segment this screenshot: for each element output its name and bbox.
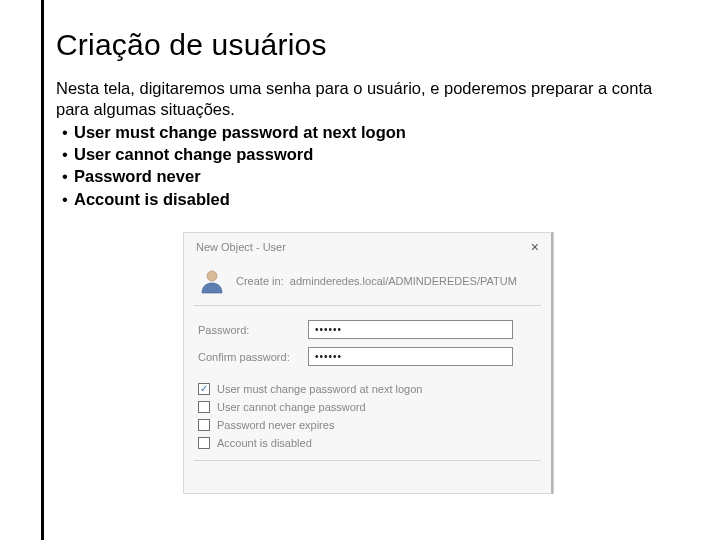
bullet-item: •Account is disabled bbox=[56, 189, 666, 210]
bullet-text: Account is disabled bbox=[74, 190, 230, 208]
bullet-text: Password never bbox=[74, 167, 201, 185]
create-in-path: adminderedes.local/ADMINDEREDES/PATUM bbox=[290, 275, 517, 287]
slide-title: Criação de usuários bbox=[56, 28, 327, 62]
checkbox-group: ✓ User must change password at next logo… bbox=[184, 370, 551, 452]
checkbox-label: Account is disabled bbox=[217, 437, 312, 449]
bullet-text: User must change password at next logon bbox=[74, 123, 406, 141]
password-label: Password: bbox=[198, 324, 308, 336]
checkbox-icon[interactable] bbox=[198, 437, 210, 449]
new-user-dialog: New Object - User × Create in: admindere… bbox=[183, 232, 553, 494]
create-in-label: Create in: bbox=[236, 275, 284, 287]
divider bbox=[194, 460, 541, 461]
divider bbox=[194, 305, 541, 306]
confirm-password-row: Confirm password: •••••• bbox=[184, 343, 551, 370]
checkbox-row-change-password[interactable]: ✓ User must change password at next logo… bbox=[198, 380, 537, 398]
checkbox-icon[interactable]: ✓ bbox=[198, 383, 210, 395]
svg-point-0 bbox=[207, 271, 217, 281]
slide-body: Nesta tela, digitaremos uma senha para o… bbox=[56, 78, 666, 210]
dialog-titlebar: New Object - User × bbox=[184, 233, 551, 261]
checkbox-icon[interactable] bbox=[198, 401, 210, 413]
bullet-item: •Password never bbox=[56, 166, 666, 187]
password-input[interactable]: •••••• bbox=[308, 320, 513, 339]
dialog-title: New Object - User bbox=[196, 241, 286, 253]
bullet-text: User cannot change password bbox=[74, 145, 313, 163]
checkbox-label: User must change password at next logon bbox=[217, 383, 422, 395]
user-icon bbox=[198, 267, 226, 295]
checkbox-row-cannot-change[interactable]: User cannot change password bbox=[198, 398, 537, 416]
create-in-row: Create in: adminderedes.local/ADMINDERED… bbox=[184, 261, 551, 305]
intro-text: Nesta tela, digitaremos uma senha para o… bbox=[56, 78, 666, 120]
confirm-password-label: Confirm password: bbox=[198, 351, 308, 363]
password-row: Password: •••••• bbox=[184, 316, 551, 343]
checkbox-row-disabled[interactable]: Account is disabled bbox=[198, 434, 537, 452]
create-in-text: Create in: adminderedes.local/ADMINDERED… bbox=[236, 275, 517, 287]
checkbox-label: User cannot change password bbox=[217, 401, 366, 413]
confirm-password-input[interactable]: •••••• bbox=[308, 347, 513, 366]
checkbox-label: Password never expires bbox=[217, 419, 334, 431]
slide-accent-line bbox=[41, 0, 44, 540]
checkbox-icon[interactable] bbox=[198, 419, 210, 431]
bullet-item: •User cannot change password bbox=[56, 144, 666, 165]
checkbox-row-never-expires[interactable]: Password never expires bbox=[198, 416, 537, 434]
close-icon[interactable]: × bbox=[527, 239, 543, 255]
bullet-item: •User must change password at next logon bbox=[56, 122, 666, 143]
